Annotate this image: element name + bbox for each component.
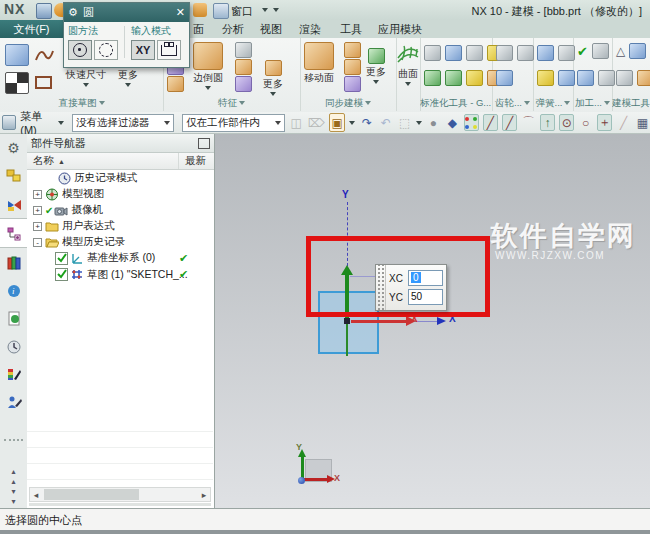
selection-scope-dropdown[interactable]: 仅在工作部件内: [182, 114, 284, 132]
column-latest[interactable]: 最新: [179, 153, 214, 169]
tree-item-model-history[interactable]: - 模型历史记录: [27, 234, 214, 250]
spring-tool-icon-3[interactable]: [537, 70, 554, 86]
mach-tool-icon-2[interactable]: [592, 43, 609, 59]
offset-region-icon[interactable]: [344, 59, 361, 75]
lasso-caret-icon[interactable]: [416, 121, 422, 125]
redo-view-icon[interactable]: ↷: [359, 114, 374, 131]
tab-surface-partial[interactable]: 面: [193, 20, 204, 38]
scrollbar-thumb[interactable]: [44, 489, 139, 500]
window-caret-icon[interactable]: [262, 8, 268, 12]
reuse-library-icon[interactable]: [0, 248, 27, 276]
deselect-icon[interactable]: ⌦: [308, 114, 325, 131]
tree-item-cameras[interactable]: + ✔ 摄像机: [27, 202, 214, 218]
snap-tangent-icon[interactable]: ╱: [616, 114, 631, 131]
snap-polyline-icon[interactable]: ↑: [540, 114, 555, 131]
profile-curve-icon[interactable]: [33, 45, 55, 65]
tree-item-datum-csys[interactable]: 基准坐标系 (0) ✔: [27, 250, 214, 266]
mach-check-icon[interactable]: ✔: [577, 44, 588, 59]
std-tool-icon-1[interactable]: [424, 45, 441, 61]
std-tool-icon-5[interactable]: [424, 70, 441, 86]
color-palette-icon[interactable]: [0, 360, 27, 388]
constraint-navigator-icon[interactable]: [0, 190, 27, 218]
dialog-gear-icon[interactable]: ⚙: [68, 6, 78, 19]
save-icon[interactable]: [36, 3, 52, 19]
chamfer-icon[interactable]: [235, 59, 252, 75]
std-tool-icon-3[interactable]: [466, 45, 483, 61]
group-label-machining[interactable]: 加工...: [573, 97, 612, 110]
column-name[interactable]: 名称▲: [27, 153, 179, 169]
internet-explorer-icon[interactable]: i: [0, 276, 27, 304]
menu-icon[interactable]: [2, 115, 16, 130]
mach-tool-icon-3[interactable]: [577, 70, 594, 86]
tree-item-history-mode[interactable]: 历史记录模式: [27, 170, 214, 186]
edge-blend-button[interactable]: 边倒圆: [193, 42, 223, 90]
pull-face-icon[interactable]: [344, 42, 361, 58]
roles-gear-icon[interactable]: ⚙: [0, 134, 27, 162]
grid-window-icon[interactable]: [629, 43, 646, 59]
touch-mode-icon[interactable]: [193, 3, 207, 17]
highlight-icon[interactable]: ▣: [329, 113, 346, 132]
sort-asc-icon[interactable]: ▲: [58, 158, 65, 165]
expand-icon[interactable]: +: [33, 190, 42, 199]
tab-render[interactable]: 渲染: [299, 20, 321, 38]
circle-dialog-titlebar[interactable]: ⚙ 圆 ✕: [64, 3, 189, 22]
dimension-input-mode-button[interactable]: [157, 40, 181, 60]
graphics-viewport[interactable]: 软件自学网 WWW.RJZXW.COM Y X X XC 0 YC 50: [215, 134, 650, 508]
snap-center-icon[interactable]: ⊙: [559, 114, 574, 131]
menu-caret-icon[interactable]: [58, 121, 64, 125]
xc-input[interactable]: 0: [408, 270, 443, 286]
undo-view-icon[interactable]: ↶: [378, 114, 393, 131]
qat-customize-icon[interactable]: [273, 8, 279, 12]
snap-grid-icon[interactable]: ▦: [635, 114, 650, 131]
model-tool-icon-3[interactable]: [616, 70, 633, 86]
group-label-spring[interactable]: 弹簧...: [533, 97, 573, 110]
group-label-synchronous[interactable]: 同步建模: [300, 97, 396, 110]
spring-tool-icon-1[interactable]: [537, 45, 554, 61]
finish-sketch-icon[interactable]: [5, 72, 29, 94]
work-cube-icon[interactable]: ◆: [445, 114, 460, 131]
scroll-right-icon[interactable]: ▸: [198, 490, 210, 500]
lasso-icon[interactable]: ⬚: [397, 114, 412, 131]
sketch-icon[interactable]: [5, 44, 29, 66]
surface-button[interactable]: 曲面: [396, 42, 420, 86]
tree-item-sketch[interactable]: 草图 (1) "SKETCH_... ✔: [27, 266, 214, 283]
coordinate-input-box[interactable]: XC 0 YC 50: [375, 264, 447, 311]
snap-arc-icon[interactable]: ⌒: [521, 114, 536, 131]
circle-center-radius-button[interactable]: [68, 40, 92, 60]
dialog-close-icon[interactable]: ✕: [176, 6, 185, 19]
web-browser-icon[interactable]: [0, 304, 27, 332]
user-tools-icon[interactable]: [0, 388, 27, 416]
expand-icon[interactable]: +: [33, 222, 42, 231]
snap-midpoint-icon[interactable]: ╱: [502, 114, 517, 131]
snap-point-icon[interactable]: [464, 114, 479, 131]
collapse-icon[interactable]: -: [33, 238, 42, 247]
group-label-gear[interactable]: 齿轮...: [492, 97, 533, 110]
gear-tool-icon-3[interactable]: [496, 70, 513, 86]
circle-three-point-button[interactable]: [94, 40, 118, 60]
draft-icon[interactable]: [235, 76, 252, 92]
circle-dialog[interactable]: ⚙ 圆 ✕ 圆方法 输入模式 XY: [63, 2, 190, 68]
xy-input-mode-button[interactable]: XY: [131, 40, 155, 60]
std-tool-icon-7[interactable]: [466, 70, 483, 86]
group-label-feature[interactable]: 特征: [163, 97, 300, 110]
shell-icon[interactable]: [235, 42, 252, 58]
triangle-icon[interactable]: △: [616, 44, 625, 58]
yc-input[interactable]: 50: [408, 289, 443, 305]
drag-handle[interactable]: [376, 265, 386, 310]
sidebar-scroll-up2-icon[interactable]: ▴: [11, 477, 15, 486]
snap-intersection-icon[interactable]: ＋: [597, 114, 612, 131]
panel-horizontal-scrollbar[interactable]: ◂ ▸: [29, 487, 211, 502]
checkbox-checked-icon[interactable]: [55, 252, 68, 265]
expand-icon[interactable]: +: [33, 206, 42, 215]
model-tool-icon-4[interactable]: [637, 70, 650, 86]
group-label-standardization[interactable]: 标准化工具 - G...: [420, 97, 492, 110]
part-navigator-icon[interactable]: [0, 218, 27, 248]
checkbox-checked-icon[interactable]: [55, 268, 68, 281]
menu-button[interactable]: 菜单(M): [20, 109, 54, 136]
move-face-button[interactable]: 移动面: [304, 42, 334, 85]
assembly-navigator-icon[interactable]: [0, 162, 27, 190]
tree-item-model-views[interactable]: + 模型视图: [27, 186, 214, 202]
select-all-icon[interactable]: ◫: [289, 114, 304, 131]
hole-icon[interactable]: [167, 76, 184, 92]
highlight-caret-icon[interactable]: [349, 121, 355, 125]
